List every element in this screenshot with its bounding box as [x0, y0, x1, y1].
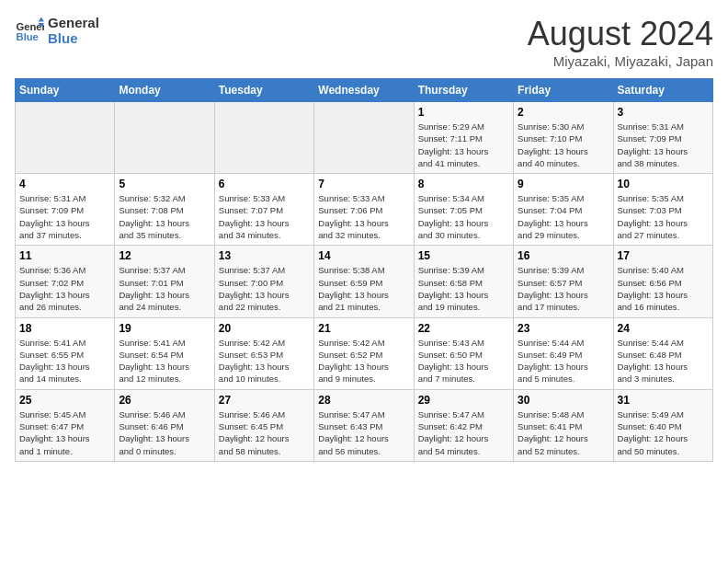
- day-number: 22: [418, 322, 509, 335]
- calendar-cell: 21Sunrise: 5:42 AMSunset: 6:52 PMDayligh…: [314, 317, 414, 389]
- day-info: Sunrise: 5:41 AMSunset: 6:55 PMDaylight:…: [19, 337, 110, 385]
- day-info: Sunrise: 5:44 AMSunset: 6:48 PMDaylight:…: [618, 337, 709, 385]
- day-number: 3: [618, 106, 709, 119]
- day-number: 2: [518, 106, 609, 119]
- day-number: 10: [618, 178, 709, 190]
- weekday-header-saturday: Saturday: [613, 79, 712, 102]
- day-number: 8: [418, 178, 509, 190]
- day-info: Sunrise: 5:47 AMSunset: 6:42 PMDaylight:…: [418, 408, 509, 457]
- day-info: Sunrise: 5:37 AMSunset: 7:01 PMDaylight:…: [119, 264, 210, 313]
- calendar-cell: [115, 102, 214, 174]
- calendar-table: SundayMondayTuesdayWednesdayThursdayFrid…: [15, 78, 713, 462]
- calendar-cell: 17Sunrise: 5:40 AMSunset: 6:56 PMDayligh…: [613, 246, 712, 317]
- day-info: Sunrise: 5:31 AMSunset: 7:09 PMDaylight:…: [618, 121, 709, 169]
- day-number: 14: [318, 249, 409, 262]
- calendar-cell: [314, 102, 414, 174]
- day-number: 27: [219, 394, 310, 407]
- day-number: 12: [119, 249, 210, 262]
- day-number: 5: [119, 178, 210, 190]
- day-info: Sunrise: 5:33 AMSunset: 7:07 PMDaylight:…: [219, 192, 310, 241]
- calendar-cell: [16, 102, 115, 174]
- calendar-cell: 3Sunrise: 5:31 AMSunset: 7:09 PMDaylight…: [613, 102, 712, 174]
- weekday-header-friday: Friday: [514, 79, 613, 102]
- day-info: Sunrise: 5:33 AMSunset: 7:06 PMDaylight:…: [318, 192, 409, 241]
- day-info: Sunrise: 5:38 AMSunset: 6:59 PMDaylight:…: [318, 264, 409, 313]
- calendar-cell: 22Sunrise: 5:43 AMSunset: 6:50 PMDayligh…: [414, 317, 513, 389]
- day-number: 19: [119, 322, 210, 335]
- week-row-5: 25Sunrise: 5:45 AMSunset: 6:47 PMDayligh…: [16, 389, 713, 461]
- calendar-cell: 11Sunrise: 5:36 AMSunset: 7:02 PMDayligh…: [16, 246, 115, 317]
- day-number: 28: [318, 394, 409, 407]
- day-number: 6: [219, 178, 310, 190]
- weekday-header-tuesday: Tuesday: [214, 79, 313, 102]
- calendar-cell: 31Sunrise: 5:49 AMSunset: 6:40 PMDayligh…: [613, 389, 712, 461]
- day-number: 25: [19, 394, 110, 407]
- calendar-cell: 16Sunrise: 5:39 AMSunset: 6:57 PMDayligh…: [514, 246, 613, 317]
- day-info: Sunrise: 5:46 AMSunset: 6:46 PMDaylight:…: [119, 408, 210, 457]
- week-row-4: 18Sunrise: 5:41 AMSunset: 6:55 PMDayligh…: [16, 317, 713, 389]
- calendar-cell: 26Sunrise: 5:46 AMSunset: 6:46 PMDayligh…: [115, 389, 214, 461]
- calendar-cell: 15Sunrise: 5:39 AMSunset: 6:58 PMDayligh…: [414, 246, 513, 317]
- weekday-header-row: SundayMondayTuesdayWednesdayThursdayFrid…: [16, 79, 713, 102]
- day-info: Sunrise: 5:46 AMSunset: 6:45 PMDaylight:…: [219, 408, 310, 457]
- day-info: Sunrise: 5:35 AMSunset: 7:04 PMDaylight:…: [518, 192, 609, 241]
- calendar-cell: 2Sunrise: 5:30 AMSunset: 7:10 PMDaylight…: [514, 102, 613, 174]
- day-number: 31: [618, 394, 709, 407]
- day-number: 18: [19, 322, 110, 335]
- day-number: 21: [318, 322, 409, 335]
- day-number: 15: [418, 249, 509, 262]
- calendar-cell: 4Sunrise: 5:31 AMSunset: 7:09 PMDaylight…: [16, 174, 115, 246]
- day-info: Sunrise: 5:47 AMSunset: 6:43 PMDaylight:…: [318, 408, 409, 457]
- day-info: Sunrise: 5:42 AMSunset: 6:52 PMDaylight:…: [318, 337, 409, 385]
- day-info: Sunrise: 5:31 AMSunset: 7:09 PMDaylight:…: [19, 192, 110, 241]
- day-info: Sunrise: 5:40 AMSunset: 6:56 PMDaylight:…: [618, 264, 709, 313]
- calendar-cell: 13Sunrise: 5:37 AMSunset: 7:00 PMDayligh…: [214, 246, 313, 317]
- day-info: Sunrise: 5:35 AMSunset: 7:03 PMDaylight:…: [618, 192, 709, 241]
- day-number: 9: [518, 178, 609, 190]
- calendar-title: August 2024: [528, 15, 713, 53]
- svg-text:General: General: [17, 21, 44, 32]
- day-info: Sunrise: 5:32 AMSunset: 7:08 PMDaylight:…: [119, 192, 210, 241]
- logo-icon: General Blue: [15, 16, 44, 45]
- calendar-cell: 19Sunrise: 5:41 AMSunset: 6:54 PMDayligh…: [115, 317, 214, 389]
- page-header: General Blue General Blue August 2024 Mi…: [15, 15, 713, 69]
- day-number: 16: [518, 249, 609, 262]
- calendar-cell: 5Sunrise: 5:32 AMSunset: 7:08 PMDaylight…: [115, 174, 214, 246]
- day-info: Sunrise: 5:36 AMSunset: 7:02 PMDaylight:…: [19, 264, 110, 313]
- day-info: Sunrise: 5:41 AMSunset: 6:54 PMDaylight:…: [119, 337, 210, 385]
- calendar-cell: 7Sunrise: 5:33 AMSunset: 7:06 PMDaylight…: [314, 174, 414, 246]
- day-number: 11: [19, 249, 110, 262]
- calendar-cell: 28Sunrise: 5:47 AMSunset: 6:43 PMDayligh…: [314, 389, 414, 461]
- day-number: 13: [219, 249, 310, 262]
- day-number: 1: [418, 106, 509, 119]
- calendar-cell: 6Sunrise: 5:33 AMSunset: 7:07 PMDaylight…: [214, 174, 313, 246]
- weekday-header-sunday: Sunday: [16, 79, 115, 102]
- day-info: Sunrise: 5:30 AMSunset: 7:10 PMDaylight:…: [518, 121, 609, 169]
- calendar-cell: 1Sunrise: 5:29 AMSunset: 7:11 PMDaylight…: [414, 102, 513, 174]
- logo-line1: General: [48, 15, 99, 30]
- calendar-cell: 10Sunrise: 5:35 AMSunset: 7:03 PMDayligh…: [613, 174, 712, 246]
- day-info: Sunrise: 5:39 AMSunset: 6:58 PMDaylight:…: [418, 264, 509, 313]
- weekday-header-wednesday: Wednesday: [314, 79, 414, 102]
- weekday-header-monday: Monday: [115, 79, 214, 102]
- calendar-cell: 20Sunrise: 5:42 AMSunset: 6:53 PMDayligh…: [214, 317, 313, 389]
- calendar-cell: 23Sunrise: 5:44 AMSunset: 6:49 PMDayligh…: [514, 317, 613, 389]
- day-info: Sunrise: 5:44 AMSunset: 6:49 PMDaylight:…: [518, 337, 609, 385]
- calendar-cell: 29Sunrise: 5:47 AMSunset: 6:42 PMDayligh…: [414, 389, 513, 461]
- calendar-cell: 8Sunrise: 5:34 AMSunset: 7:05 PMDaylight…: [414, 174, 513, 246]
- day-number: 30: [518, 394, 609, 407]
- day-number: 20: [219, 322, 310, 335]
- day-info: Sunrise: 5:42 AMSunset: 6:53 PMDaylight:…: [219, 337, 310, 385]
- day-info: Sunrise: 5:34 AMSunset: 7:05 PMDaylight:…: [418, 192, 509, 241]
- day-number: 23: [518, 322, 609, 335]
- day-number: 29: [418, 394, 509, 407]
- day-info: Sunrise: 5:43 AMSunset: 6:50 PMDaylight:…: [418, 337, 509, 385]
- day-number: 17: [618, 249, 709, 262]
- calendar-cell: 30Sunrise: 5:48 AMSunset: 6:41 PMDayligh…: [514, 389, 613, 461]
- week-row-1: 1Sunrise: 5:29 AMSunset: 7:11 PMDaylight…: [16, 102, 713, 174]
- calendar-cell: 27Sunrise: 5:46 AMSunset: 6:45 PMDayligh…: [214, 389, 313, 461]
- day-number: 7: [318, 178, 409, 190]
- day-number: 24: [618, 322, 709, 335]
- calendar-cell: 14Sunrise: 5:38 AMSunset: 6:59 PMDayligh…: [314, 246, 414, 317]
- day-number: 26: [119, 394, 210, 407]
